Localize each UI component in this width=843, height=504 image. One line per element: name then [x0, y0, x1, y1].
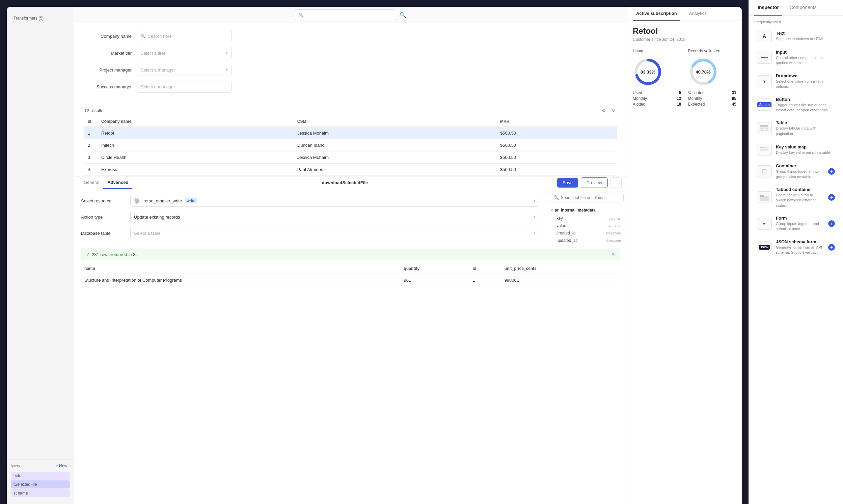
- customer-since: Customer since Jun 24, 2018: [633, 37, 736, 42]
- component-name: Text: [776, 31, 825, 36]
- component-item-text[interactable]: A Text Supports markdown or HTML.: [752, 26, 840, 46]
- component-info: Tabbed container Container with a tab to…: [776, 187, 824, 208]
- sidebar-item-transformers[interactable]: Transformers (5): [10, 14, 71, 23]
- top-search-icon[interactable]: 🔍: [399, 12, 406, 18]
- preview-button[interactable]: Preview: [581, 177, 608, 188]
- schema-table-name: ar_internal_metadata: [555, 208, 596, 213]
- project-manager-select[interactable]: Select a manager ▾: [137, 64, 232, 76]
- schema-column: keyvarchar: [550, 215, 624, 222]
- success-manager-row: Success manager Select a manager: [84, 80, 617, 93]
- db-table-select[interactable]: Select a table ▾: [130, 227, 539, 239]
- schema-column: valuevarchar: [550, 222, 624, 229]
- records-title: Records validated: [688, 49, 737, 53]
- tab-analytics[interactable]: Analytics: [686, 7, 710, 21]
- component-item-input[interactable]: ━━━ Input Control other components or qu…: [752, 46, 840, 69]
- component-name: Form: [776, 216, 824, 221]
- svg-rect-14: [760, 195, 764, 197]
- tab-components[interactable]: Components: [786, 0, 820, 16]
- add-component-button[interactable]: +: [828, 168, 835, 175]
- tab-general[interactable]: General: [79, 176, 103, 189]
- svg-rect-12: [764, 149, 768, 150]
- more-options-button[interactable]: ···: [610, 177, 622, 188]
- component-item-container[interactable]: ☐ Container Group things together into g…: [752, 160, 840, 183]
- table-row[interactable]: 2 Initech Duncan Idaho $500.50: [84, 139, 617, 151]
- schema-search-input[interactable]: [561, 195, 620, 200]
- component-info: Button Trigger actions like run queries,…: [776, 97, 835, 113]
- cell-csm: Paul Atreides: [294, 164, 497, 176]
- schema-column: created_attimezone: [550, 229, 624, 237]
- schema-table-header[interactable]: ▾ ar_internal_metadata: [550, 206, 624, 215]
- query-name: downloadSelectedFile: [322, 180, 368, 185]
- close-banner-button[interactable]: ✕: [611, 252, 615, 257]
- cell-csm: Jessica Mohaim: [294, 127, 497, 139]
- cell-mrr: $500.50: [497, 151, 617, 164]
- metrics-row: Usage 83.33% Used5 Monthly12 Alotted18: [633, 49, 736, 108]
- expected-value: 45: [732, 102, 736, 107]
- component-item-button[interactable]: Action Button Trigger actions like run q…: [752, 93, 840, 116]
- save-button[interactable]: Save: [557, 178, 578, 187]
- action-type-select[interactable]: Update existing records ▾: [130, 211, 539, 223]
- component-desc: Display tabular data with pagination.: [776, 126, 835, 136]
- bottom-col-id: id: [469, 264, 501, 274]
- schema-search[interactable]: 🔍: [550, 193, 624, 202]
- tab-active-subscription[interactable]: Active subscription: [633, 7, 680, 21]
- global-search[interactable]: 🔍: [295, 10, 396, 20]
- success-icon: ✓: [86, 252, 90, 257]
- sidebar-query-item-2[interactable]: tSelectedFile: [11, 480, 70, 488]
- company-name-input[interactable]: 🔍 Search here: [137, 30, 232, 42]
- component-icon: ━━━: [757, 52, 772, 64]
- allotted-value: 18: [677, 102, 681, 107]
- component-item-tabbed-container[interactable]: Tabbed container Container with a tab to…: [752, 183, 840, 212]
- market-tier-placeholder: Select a tirer: [141, 51, 165, 56]
- component-name: Dropdown: [776, 73, 835, 78]
- sidebar-query-item-1[interactable]: eets: [11, 472, 70, 480]
- query-actions: Save Preview ···: [557, 177, 622, 188]
- market-tier-row: Market tier Select a tirer ▾: [84, 47, 617, 59]
- resource-db-name: retoo_emailer_write: [143, 198, 182, 203]
- add-component-button[interactable]: +: [828, 194, 835, 201]
- col-name: value: [556, 223, 566, 228]
- add-component-button[interactable]: +: [828, 220, 835, 227]
- db-table-placeholder: Select a table: [134, 231, 161, 236]
- component-item-key-value-map[interactable]: Key value map Display key value pairs in…: [752, 140, 840, 159]
- tab-inspector[interactable]: Inspector: [754, 0, 782, 16]
- sidebar-query-item-3[interactable]: st name: [11, 489, 70, 497]
- company-name-placeholder: Search here: [148, 34, 172, 39]
- component-icon: JSON: [757, 241, 772, 253]
- new-query-button[interactable]: + New: [53, 462, 70, 470]
- component-name: JSON schema form: [776, 239, 824, 244]
- monthly-value: 12: [677, 96, 681, 101]
- results-actions: ⚙ ↻: [600, 107, 617, 114]
- usage-percent: 83.33%: [641, 70, 656, 75]
- schema-columns: keyvarcharvaluevarcharcreated_attimezone…: [550, 215, 624, 244]
- cell-mrr: $500.50: [497, 139, 617, 151]
- filter-form: Company name 🔍 Search here Market tier S…: [74, 23, 627, 104]
- resource-select[interactable]: 🐘 retoo_emailer_write write ▾: [130, 195, 539, 207]
- refresh-button[interactable]: ↻: [610, 107, 617, 114]
- svg-rect-11: [760, 149, 764, 150]
- filter-button[interactable]: ⚙: [600, 107, 607, 114]
- component-info: Input Control other components or querie…: [776, 50, 835, 66]
- table-row[interactable]: 3 Circle Health Jessica Mohaim $500.50: [84, 151, 617, 164]
- component-icon: [757, 122, 772, 134]
- component-item-json-schema-form[interactable]: JSON JSON schema form Generate forms fro…: [752, 236, 840, 259]
- cell-mrr: $500.50: [497, 127, 617, 139]
- tab-advanced[interactable]: Advanced: [103, 176, 132, 189]
- add-component-button[interactable]: +: [828, 244, 835, 251]
- market-tier-select[interactable]: Select a tirer ▾: [137, 47, 232, 59]
- search-icon-input: 🔍: [141, 34, 146, 38]
- resource-row: Select resource 🐘 retoo_emailer_write wr…: [81, 195, 539, 207]
- component-desc: Group things together into groups, also …: [776, 169, 824, 179]
- component-item-dropdown[interactable]: ▾ Dropdown Select one value from a list …: [752, 70, 840, 93]
- cell-id: 2: [84, 139, 98, 151]
- success-manager-input[interactable]: Select a manager: [137, 80, 232, 93]
- col-name: key: [556, 216, 563, 221]
- project-manager-row: Project manager Select a manager ▾: [84, 64, 617, 76]
- resource-access-badge: write: [184, 198, 197, 203]
- query-tabs: General Advanced downloadSelectedFile Sa…: [74, 176, 627, 189]
- component-item-form[interactable]: ≡ Form Group inputs together and submit …: [752, 212, 840, 235]
- table-row[interactable]: 4 Express Paul Atreides $500.50: [84, 164, 617, 176]
- success-message: 231 rows returned in 3s: [92, 252, 138, 257]
- component-item-table[interactable]: Table Display tabular data with paginati…: [752, 117, 840, 140]
- table-row[interactable]: 1 Retool Jessica Mohaim $500.50: [84, 127, 617, 139]
